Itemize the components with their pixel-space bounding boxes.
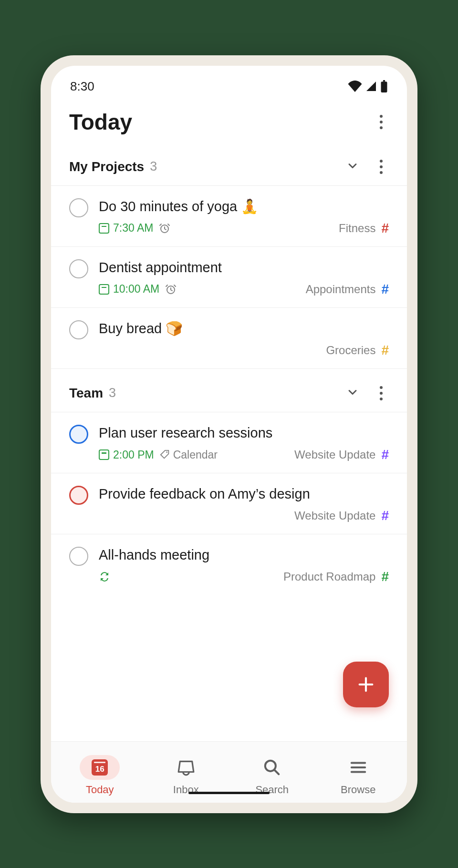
svg-rect-1: [381, 82, 387, 92]
section-more-button[interactable]: [374, 157, 389, 177]
hash-icon: #: [381, 569, 389, 584]
hash-icon: #: [381, 508, 389, 523]
menu-icon: [349, 758, 367, 776]
tag-icon: [160, 449, 170, 460]
task-title: Dentist appointment: [99, 258, 389, 277]
today-icon: 16: [92, 759, 108, 776]
app-screen: 8:30 Today My Projects 3 Do 30 minutes o…: [51, 66, 407, 803]
task-project: Groceries: [326, 344, 375, 357]
nav-label: Search: [255, 784, 289, 796]
task-body: Plan user research sessions 2:00 PM Cale…: [99, 424, 389, 462]
task-project: Appointments: [306, 283, 376, 296]
task-row[interactable]: Do 30 minutes of yoga 🧘 7:30 AM Fitness …: [51, 186, 407, 247]
section-title: My Projects: [69, 159, 144, 174]
section-header-team[interactable]: Team 3: [51, 368, 407, 412]
nav-today[interactable]: 16 Today: [57, 752, 143, 799]
statusbar: 8:30: [51, 66, 407, 99]
signal-icon: [365, 81, 377, 92]
task-row[interactable]: Dentist appointment 10:00 AM Appointment…: [51, 247, 407, 308]
task-due-time: 7:30 AM: [99, 222, 153, 235]
hash-icon: #: [381, 343, 389, 358]
svg-point-4: [166, 451, 167, 453]
task-body: Provide feedback on Amy’s design Website…: [99, 485, 389, 523]
nav-label: Inbox: [173, 784, 199, 796]
chevron-down-icon[interactable]: [346, 159, 359, 174]
calendar-icon: [99, 449, 109, 460]
task-title: Buy bread 🍞: [99, 319, 389, 338]
task-project: Website Update: [294, 509, 375, 522]
chevron-down-icon[interactable]: [346, 386, 359, 401]
task-meta: Product Roadmap #: [99, 569, 389, 584]
section-count: 3: [150, 159, 157, 174]
task-body: Do 30 minutes of yoga 🧘 7:30 AM Fitness …: [99, 197, 389, 236]
task-project: Fitness: [339, 222, 375, 235]
page-title: Today: [69, 109, 132, 135]
inbox-icon: [177, 758, 195, 776]
phone-frame: 8:30 Today My Projects 3 Do 30 minutes o…: [41, 55, 417, 813]
hash-icon: #: [381, 282, 389, 297]
hash-icon: #: [381, 447, 389, 462]
task-checkbox[interactable]: [69, 486, 88, 505]
task-title: All-hands meeting: [99, 546, 389, 564]
statusbar-time: 8:30: [70, 79, 94, 94]
battery-icon: [380, 80, 388, 92]
task-row[interactable]: Buy bread 🍞 Groceries #: [51, 308, 407, 368]
task-body: All-hands meeting Product Roadmap #: [99, 546, 389, 584]
calendar-icon: [99, 284, 109, 295]
app-header: Today: [51, 99, 407, 148]
task-checkbox[interactable]: [69, 259, 88, 278]
task-meta: 2:00 PM Calendar Website Update #: [99, 447, 389, 462]
task-project: Website Update: [294, 448, 375, 461]
task-row[interactable]: Provide feedback on Amy’s design Website…: [51, 473, 407, 534]
task-checkbox[interactable]: [69, 198, 88, 217]
section-more-button[interactable]: [374, 383, 389, 403]
task-list: My Projects 3 Do 30 minutes of yoga 🧘 7:…: [51, 148, 407, 741]
task-row[interactable]: Plan user research sessions 2:00 PM Cale…: [51, 412, 407, 473]
task-title: Do 30 minutes of yoga 🧘: [99, 197, 389, 216]
task-title: Plan user research sessions: [99, 424, 389, 442]
task-due-time: 10:00 AM: [99, 283, 159, 296]
section-count: 3: [109, 386, 116, 400]
section-header-my-projects[interactable]: My Projects 3: [51, 148, 407, 186]
wifi-icon: [348, 81, 362, 92]
task-checkbox[interactable]: [69, 425, 88, 444]
svg-rect-0: [383, 80, 385, 82]
add-task-fab[interactable]: [343, 662, 389, 707]
recurring-icon: [99, 571, 110, 582]
task-row[interactable]: All-hands meeting Product Roadmap #: [51, 534, 407, 595]
task-project: Product Roadmap: [283, 570, 375, 583]
nav-label: Today: [86, 784, 114, 796]
task-checkbox[interactable]: [69, 547, 88, 566]
task-due-time: 2:00 PM: [99, 449, 154, 461]
task-label: Calendar: [160, 449, 218, 461]
alarm-icon: [165, 284, 177, 295]
task-meta: 7:30 AM Fitness #: [99, 221, 389, 236]
plus-icon: [356, 675, 375, 694]
calendar-icon: [99, 223, 109, 234]
task-body: Buy bread 🍞 Groceries #: [99, 319, 389, 358]
task-checkbox[interactable]: [69, 320, 88, 339]
hash-icon: #: [381, 221, 389, 236]
task-meta: 10:00 AM Appointments #: [99, 282, 389, 297]
statusbar-icons: [348, 80, 388, 92]
task-meta: Website Update #: [99, 508, 389, 523]
nav-browse[interactable]: Browse: [315, 752, 402, 799]
home-indicator[interactable]: [188, 792, 270, 794]
section-title: Team: [69, 386, 103, 401]
task-title: Provide feedback on Amy’s design: [99, 485, 389, 503]
search-icon: [263, 758, 281, 776]
alarm-icon: [159, 223, 170, 234]
task-meta: Groceries #: [99, 343, 389, 358]
header-more-button[interactable]: [374, 112, 389, 132]
task-body: Dentist appointment 10:00 AM Appointment…: [99, 258, 389, 297]
nav-label: Browse: [341, 784, 375, 796]
